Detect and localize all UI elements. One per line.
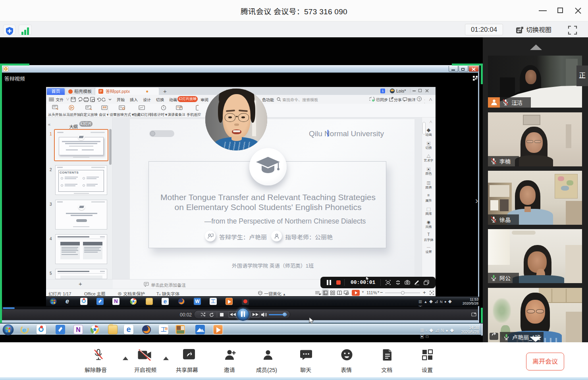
svg-text:e: e: [22, 326, 26, 334]
